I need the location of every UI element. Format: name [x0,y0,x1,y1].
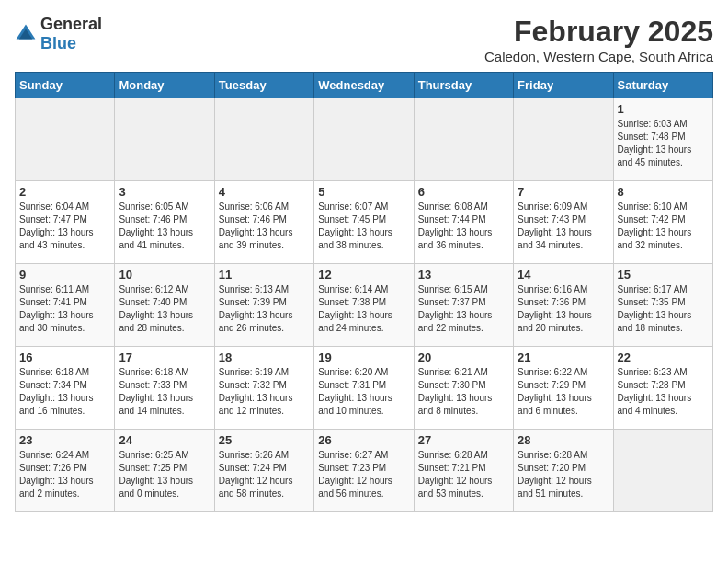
day-number: 17 [119,350,210,364]
day-info: Sunrise: 6:15 AM Sunset: 7:37 PM Dayligh… [418,283,509,335]
day-info: Sunrise: 6:25 AM Sunset: 7:25 PM Dayligh… [119,449,210,500]
calendar-cell [613,430,712,512]
calendar-cell [115,98,214,181]
day-info: Sunrise: 6:19 AM Sunset: 7:32 PM Dayligh… [219,366,310,418]
day-info: Sunrise: 6:09 AM Sunset: 7:43 PM Dayligh… [518,201,609,252]
calendar-cell: 18Sunrise: 6:19 AM Sunset: 7:32 PM Dayli… [214,347,313,430]
calendar-cell: 23Sunrise: 6:24 AM Sunset: 7:26 PM Dayli… [16,430,115,512]
day-number: 27 [418,433,509,447]
calendar-cell: 7Sunrise: 6:09 AM Sunset: 7:43 PM Daylig… [514,181,613,264]
day-info: Sunrise: 6:11 AM Sunset: 7:41 PM Dayligh… [19,283,110,335]
day-number: 25 [219,433,310,447]
day-info: Sunrise: 6:03 AM Sunset: 7:48 PM Dayligh… [618,118,709,169]
calendar-cell: 11Sunrise: 6:13 AM Sunset: 7:39 PM Dayli… [214,264,313,347]
day-number: 26 [318,433,409,447]
calendar-table: SundayMondayTuesdayWednesdayThursdayFrid… [15,72,713,512]
day-number: 12 [318,268,409,282]
day-number: 23 [19,433,110,447]
calendar-cell: 27Sunrise: 6:28 AM Sunset: 7:21 PM Dayli… [414,430,513,512]
calendar-cell: 1Sunrise: 6:03 AM Sunset: 7:48 PM Daylig… [613,98,712,181]
calendar-cell: 28Sunrise: 6:28 AM Sunset: 7:20 PM Dayli… [514,430,613,512]
week-row-3: 9Sunrise: 6:11 AM Sunset: 7:41 PM Daylig… [16,264,713,347]
calendar-cell: 15Sunrise: 6:17 AM Sunset: 7:35 PM Dayli… [613,264,712,347]
day-number: 24 [119,433,210,447]
day-info: Sunrise: 6:18 AM Sunset: 7:33 PM Dayligh… [119,366,210,418]
day-info: Sunrise: 6:16 AM Sunset: 7:36 PM Dayligh… [518,283,609,335]
day-number: 21 [518,350,609,364]
day-info: Sunrise: 6:10 AM Sunset: 7:42 PM Dayligh… [618,201,709,252]
day-info: Sunrise: 6:14 AM Sunset: 7:38 PM Dayligh… [318,283,409,335]
week-row-2: 2Sunrise: 6:04 AM Sunset: 7:47 PM Daylig… [16,181,713,264]
day-number: 8 [618,185,709,199]
calendar-cell: 26Sunrise: 6:27 AM Sunset: 7:23 PM Dayli… [314,430,414,512]
calendar-cell: 8Sunrise: 6:10 AM Sunset: 7:42 PM Daylig… [613,181,712,264]
calendar-cell [414,98,513,181]
day-header-wednesday: Wednesday [314,73,414,98]
day-header-monday: Monday [115,73,214,98]
calendar-cell: 22Sunrise: 6:23 AM Sunset: 7:28 PM Dayli… [613,347,712,430]
day-info: Sunrise: 6:22 AM Sunset: 7:29 PM Dayligh… [518,366,609,418]
day-info: Sunrise: 6:18 AM Sunset: 7:34 PM Dayligh… [19,366,110,418]
day-number: 4 [219,185,310,199]
header: General Blue February 2025 Caledon, West… [15,15,713,64]
calendar-cell: 9Sunrise: 6:11 AM Sunset: 7:41 PM Daylig… [16,264,115,347]
calendar-body: 1Sunrise: 6:03 AM Sunset: 7:48 PM Daylig… [16,98,713,512]
day-number: 5 [318,185,409,199]
day-header-sunday: Sunday [16,73,115,98]
calendar-cell: 6Sunrise: 6:08 AM Sunset: 7:44 PM Daylig… [414,181,513,264]
calendar-cell [514,98,613,181]
title-area: February 2025 Caledon, Western Cape, Sou… [484,15,713,64]
logo-general-text: General [40,15,102,33]
calendar-cell: 13Sunrise: 6:15 AM Sunset: 7:37 PM Dayli… [414,264,513,347]
day-number: 20 [418,350,509,364]
day-header-friday: Friday [514,73,613,98]
day-info: Sunrise: 6:23 AM Sunset: 7:28 PM Dayligh… [618,366,709,418]
week-row-5: 23Sunrise: 6:24 AM Sunset: 7:26 PM Dayli… [16,430,713,512]
day-number: 16 [19,350,110,364]
calendar-cell [214,98,313,181]
day-info: Sunrise: 6:07 AM Sunset: 7:45 PM Dayligh… [318,201,409,252]
day-info: Sunrise: 6:04 AM Sunset: 7:47 PM Dayligh… [19,201,110,252]
day-info: Sunrise: 6:17 AM Sunset: 7:35 PM Dayligh… [618,283,709,335]
day-number: 18 [219,350,310,364]
calendar-cell: 3Sunrise: 6:05 AM Sunset: 7:46 PM Daylig… [115,181,214,264]
day-number: 9 [19,268,110,282]
day-number: 10 [119,268,210,282]
calendar-cell [16,98,115,181]
day-info: Sunrise: 6:24 AM Sunset: 7:26 PM Dayligh… [19,449,110,500]
day-info: Sunrise: 6:12 AM Sunset: 7:40 PM Dayligh… [119,283,210,335]
day-info: Sunrise: 6:27 AM Sunset: 7:23 PM Dayligh… [318,449,409,500]
day-number: 11 [219,268,310,282]
day-number: 2 [19,185,110,199]
logo: General Blue [15,15,102,53]
day-number: 15 [618,268,709,282]
calendar-cell: 16Sunrise: 6:18 AM Sunset: 7:34 PM Dayli… [16,347,115,430]
calendar-cell: 14Sunrise: 6:16 AM Sunset: 7:36 PM Dayli… [514,264,613,347]
calendar-cell: 25Sunrise: 6:26 AM Sunset: 7:24 PM Dayli… [214,430,313,512]
day-number: 3 [119,185,210,199]
calendar-header: SundayMondayTuesdayWednesdayThursdayFrid… [16,73,713,98]
calendar-cell: 4Sunrise: 6:06 AM Sunset: 7:46 PM Daylig… [214,181,313,264]
day-number: 14 [518,268,609,282]
day-info: Sunrise: 6:13 AM Sunset: 7:39 PM Dayligh… [219,283,310,335]
calendar-cell: 19Sunrise: 6:20 AM Sunset: 7:31 PM Dayli… [314,347,414,430]
calendar-cell: 10Sunrise: 6:12 AM Sunset: 7:40 PM Dayli… [115,264,214,347]
calendar-cell: 20Sunrise: 6:21 AM Sunset: 7:30 PM Dayli… [414,347,513,430]
week-row-1: 1Sunrise: 6:03 AM Sunset: 7:48 PM Daylig… [16,98,713,181]
day-header-thursday: Thursday [414,73,513,98]
calendar-cell [314,98,414,181]
day-header-saturday: Saturday [613,73,712,98]
day-number: 13 [418,268,509,282]
day-number: 1 [618,102,709,116]
day-info: Sunrise: 6:21 AM Sunset: 7:30 PM Dayligh… [418,366,509,418]
month-title: February 2025 [484,15,713,49]
calendar-cell: 5Sunrise: 6:07 AM Sunset: 7:45 PM Daylig… [314,181,414,264]
logo-icon [15,23,37,45]
calendar-cell: 24Sunrise: 6:25 AM Sunset: 7:25 PM Dayli… [115,430,214,512]
day-info: Sunrise: 6:05 AM Sunset: 7:46 PM Dayligh… [119,201,210,252]
day-number: 22 [618,350,709,364]
day-number: 7 [518,185,609,199]
calendar-cell: 12Sunrise: 6:14 AM Sunset: 7:38 PM Dayli… [314,264,414,347]
day-info: Sunrise: 6:26 AM Sunset: 7:24 PM Dayligh… [219,449,310,500]
location-subtitle: Caledon, Western Cape, South Africa [484,49,713,64]
